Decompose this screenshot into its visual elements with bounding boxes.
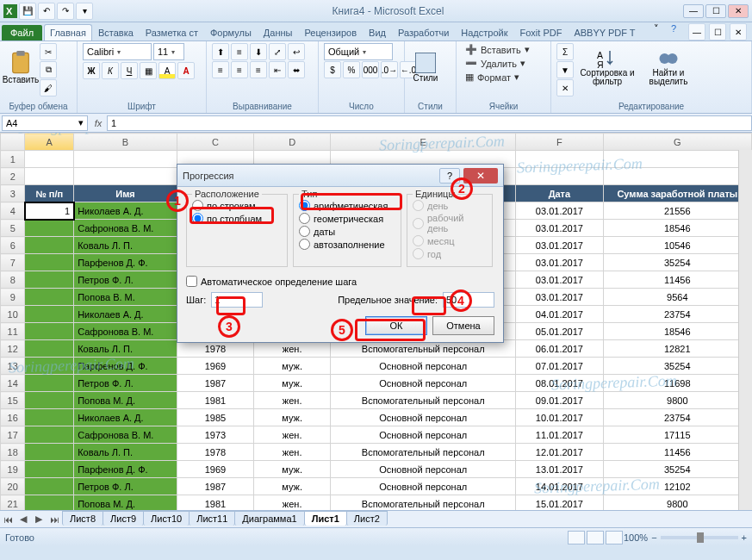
cell[interactable]: Николаев А. Д.: [74, 202, 177, 220]
radio-dates[interactable]: даты: [299, 226, 395, 237]
file-tab[interactable]: Файл: [2, 25, 42, 40]
cell[interactable]: [25, 220, 74, 237]
align-bottom-icon[interactable]: ⬇: [250, 43, 267, 60]
row-header[interactable]: 12: [1, 340, 25, 358]
auto-step-checkbox[interactable]: Автоматическое определение шага: [186, 276, 494, 287]
ribbon-tab[interactable]: Данны: [258, 24, 299, 40]
minimize-button[interactable]: —: [683, 4, 704, 18]
cell[interactable]: жен.: [254, 426, 331, 444]
cell[interactable]: 11456: [603, 271, 751, 289]
cell[interactable]: Попова В. М.: [74, 289, 177, 306]
step-input[interactable]: [211, 292, 263, 308]
sheet-tab[interactable]: Лист8: [62, 511, 103, 526]
cell[interactable]: жен.: [254, 495, 331, 511]
row-header[interactable]: 17: [1, 426, 25, 444]
row-header[interactable]: 9: [1, 289, 25, 306]
number-format-combo[interactable]: Общий▾: [324, 43, 393, 60]
wrap-text-icon[interactable]: ↩: [288, 43, 305, 60]
indent-dec-icon[interactable]: ⇤: [269, 61, 286, 78]
cell[interactable]: муж.: [254, 461, 331, 478]
cell[interactable]: [74, 151, 177, 168]
column-header[interactable]: B: [74, 134, 177, 151]
bold-button[interactable]: Ж: [83, 62, 100, 79]
align-middle-icon[interactable]: ≡: [231, 43, 248, 60]
cell[interactable]: 1985: [177, 409, 253, 426]
sheet-tab[interactable]: Лист9: [103, 511, 144, 526]
cell[interactable]: Сафронова В. М.: [74, 220, 177, 237]
comma-icon[interactable]: 000: [362, 61, 379, 78]
zoom-in-button[interactable]: +: [742, 532, 747, 543]
ribbon-tab[interactable]: Рецензиров: [298, 24, 363, 40]
cell[interactable]: 9564: [603, 289, 751, 306]
align-right-icon[interactable]: ≡: [250, 61, 267, 78]
undo-icon[interactable]: ↶: [38, 3, 55, 20]
ribbon-tab[interactable]: Вид: [363, 24, 392, 40]
sheet-tab[interactable]: Лист2: [346, 511, 388, 526]
cell[interactable]: 17115: [603, 426, 751, 444]
cell[interactable]: Парфенов Д. Ф.: [74, 461, 177, 478]
cell[interactable]: 18546: [603, 323, 751, 340]
cell[interactable]: 1969: [177, 461, 253, 478]
save-icon[interactable]: 💾: [19, 3, 36, 20]
radio-by-columns[interactable]: по столбцам: [192, 213, 282, 224]
cell[interactable]: Коваль Л. П.: [74, 237, 177, 254]
doc-minimize-icon[interactable]: —: [688, 23, 705, 40]
cell[interactable]: 13.01.2017: [516, 461, 603, 478]
copy-icon[interactable]: ⧉: [40, 61, 57, 78]
radio-geometric[interactable]: геометрическая: [299, 213, 395, 224]
italic-button[interactable]: К: [102, 62, 119, 79]
radio-autofill[interactable]: автозаполнение: [299, 239, 395, 250]
cell[interactable]: 18546: [603, 220, 751, 237]
cell[interactable]: [603, 168, 751, 185]
cell[interactable]: 14.01.2017: [516, 478, 603, 495]
cell[interactable]: 12821: [603, 340, 751, 358]
cell[interactable]: Петров Ф. Л.: [74, 375, 177, 392]
sheet-nav-next[interactable]: ▶: [31, 513, 47, 525]
cell[interactable]: Вспомогательный персонал: [331, 444, 516, 461]
sheet-nav-first[interactable]: ⏮: [0, 514, 16, 525]
cell[interactable]: [25, 461, 74, 478]
radio-arithmetic[interactable]: арифметическая: [299, 200, 395, 211]
help-icon[interactable]: ?: [671, 23, 685, 37]
ribbon-tab[interactable]: Разметка ст: [140, 24, 204, 40]
cell[interactable]: [74, 168, 177, 185]
cell[interactable]: 11698: [603, 375, 751, 392]
font-size-combo[interactable]: 11▾: [153, 43, 184, 60]
cell[interactable]: [516, 151, 603, 168]
cancel-button[interactable]: Отмена: [432, 316, 494, 335]
cell[interactable]: муж.: [254, 478, 331, 495]
limit-input[interactable]: [443, 292, 494, 308]
cell[interactable]: 07.01.2017: [516, 358, 603, 375]
merge-button[interactable]: ⬌: [288, 61, 305, 78]
row-header[interactable]: 11: [1, 323, 25, 340]
cell[interactable]: 12.01.2017: [516, 444, 603, 461]
cell[interactable]: Попова М. Д.: [74, 495, 177, 511]
cell[interactable]: [25, 444, 74, 461]
cell[interactable]: муж.: [254, 358, 331, 375]
cell[interactable]: Сафронова В. М.: [74, 426, 177, 444]
format-cells-button[interactable]: ▦Формат▾: [462, 71, 533, 84]
cell[interactable]: Имя: [74, 185, 177, 202]
fill-icon[interactable]: ▼: [556, 61, 574, 78]
ribbon-tab[interactable]: Надстройк: [455, 24, 513, 40]
cell[interactable]: 35254: [603, 461, 751, 478]
styles-button[interactable]: Стили: [410, 43, 441, 91]
ribbon-tab[interactable]: Разработчи: [392, 24, 455, 40]
cell[interactable]: Парфенов Д. Ф.: [74, 358, 177, 375]
cell[interactable]: 11.01.2017: [516, 426, 603, 444]
dialog-close-button[interactable]: ✕: [463, 168, 498, 184]
formula-input[interactable]: [107, 115, 752, 131]
cell[interactable]: 03.01.2017: [516, 289, 603, 306]
select-all-button[interactable]: [1, 134, 25, 151]
cell[interactable]: 03.01.2017: [516, 220, 603, 237]
row-header[interactable]: 18: [1, 444, 25, 461]
cell[interactable]: 03.01.2017: [516, 202, 603, 220]
cell[interactable]: Николаев А. Д.: [74, 306, 177, 323]
cell[interactable]: 03.01.2017: [516, 254, 603, 271]
cell[interactable]: 06.01.2017: [516, 340, 603, 358]
fx-icon[interactable]: fx: [90, 118, 107, 128]
sheet-tab[interactable]: Диаграмма1: [234, 511, 304, 526]
cell[interactable]: 1981: [177, 495, 253, 511]
cell[interactable]: Основной персонал: [331, 478, 516, 495]
cell[interactable]: 10546: [603, 237, 751, 254]
